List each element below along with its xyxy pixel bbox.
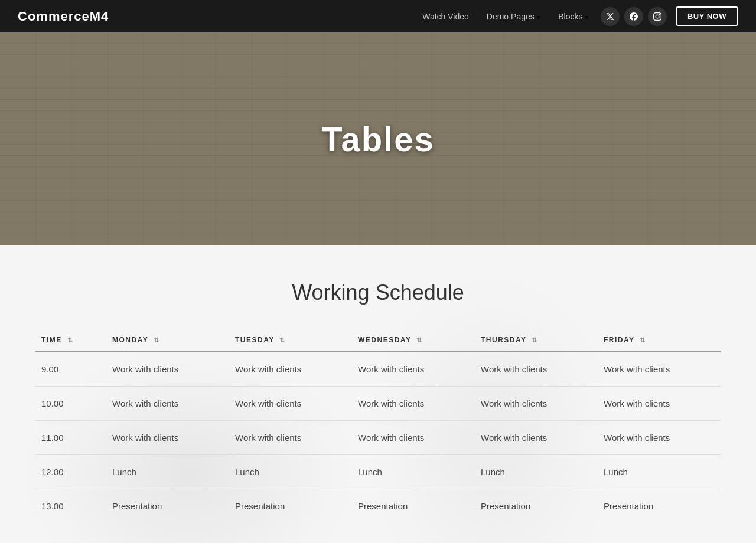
schedule-section: Working Schedule TIME ⇅ MONDAY ⇅ TUESDAY… bbox=[0, 245, 756, 543]
cell-time-4: 13.00 bbox=[35, 489, 106, 524]
cell-time-1: 10.00 bbox=[35, 387, 106, 421]
cell-tuesday-4: Presentation bbox=[229, 489, 352, 524]
table-header-row: TIME ⇅ MONDAY ⇅ TUESDAY ⇅ WEDNESDAY ⇅ bbox=[35, 329, 721, 352]
col-header-friday[interactable]: FRIDAY ⇅ bbox=[598, 329, 721, 352]
cell-time-3: 12.00 bbox=[35, 455, 106, 489]
nav-link-demo-pages[interactable]: Demo Pages bbox=[487, 12, 535, 21]
cell-tuesday-1: Work with clients bbox=[229, 387, 352, 421]
col-header-thursday[interactable]: THURSDAY ⇅ bbox=[475, 329, 598, 352]
nav-social bbox=[601, 7, 667, 26]
table-row: 9.00Work with clientsWork with clientsWo… bbox=[35, 352, 721, 387]
cell-tuesday-0: Work with clients bbox=[229, 352, 352, 387]
sort-icon-wednesday: ⇅ bbox=[416, 336, 423, 344]
cell-thursday-0: Work with clients bbox=[475, 352, 598, 387]
cell-monday-4: Presentation bbox=[106, 489, 229, 524]
sort-icon-tuesday: ⇅ bbox=[279, 336, 286, 344]
cell-friday-3: Lunch bbox=[598, 455, 721, 489]
col-header-time[interactable]: TIME ⇅ bbox=[35, 329, 106, 352]
cell-time-2: 11.00 bbox=[35, 421, 106, 455]
cell-thursday-2: Work with clients bbox=[475, 421, 598, 455]
cell-monday-2: Work with clients bbox=[106, 421, 229, 455]
table-row: 11.00Work with clientsWork with clientsW… bbox=[35, 421, 721, 455]
navbar: CommerceM4 Watch Video Demo Pages Blocks… bbox=[0, 0, 756, 32]
cell-wednesday-2: Work with clients bbox=[352, 421, 475, 455]
schedule-heading: Working Schedule bbox=[35, 280, 721, 305]
sort-icon-friday: ⇅ bbox=[640, 336, 646, 344]
facebook-icon[interactable] bbox=[624, 7, 643, 26]
hero-title: Tables bbox=[321, 119, 434, 159]
table-body: 9.00Work with clientsWork with clientsWo… bbox=[35, 352, 721, 523]
nav-links: Watch Video Demo Pages Blocks bbox=[422, 11, 589, 22]
nav-brand[interactable]: CommerceM4 bbox=[18, 9, 109, 24]
cell-monday-3: Lunch bbox=[106, 455, 229, 489]
cell-thursday-3: Lunch bbox=[475, 455, 598, 489]
table-row: 10.00Work with clientsWork with clientsW… bbox=[35, 387, 721, 421]
cell-wednesday-4: Presentation bbox=[352, 489, 475, 524]
nav-item-blocks[interactable]: Blocks bbox=[558, 11, 589, 22]
cell-tuesday-2: Work with clients bbox=[229, 421, 352, 455]
table-row: 13.00PresentationPresentationPresentatio… bbox=[35, 489, 721, 524]
cell-friday-2: Work with clients bbox=[598, 421, 721, 455]
hero-section: Tables bbox=[0, 32, 756, 245]
cell-monday-0: Work with clients bbox=[106, 352, 229, 387]
cell-time-0: 9.00 bbox=[35, 352, 106, 387]
col-header-tuesday[interactable]: TUESDAY ⇅ bbox=[229, 329, 352, 352]
sort-icon-time: ⇅ bbox=[67, 336, 74, 344]
table-header: TIME ⇅ MONDAY ⇅ TUESDAY ⇅ WEDNESDAY ⇅ bbox=[35, 329, 721, 352]
nav-link-watch-video[interactable]: Watch Video bbox=[422, 12, 469, 21]
cell-wednesday-0: Work with clients bbox=[352, 352, 475, 387]
instagram-icon[interactable] bbox=[648, 7, 667, 26]
cell-thursday-4: Presentation bbox=[475, 489, 598, 524]
cell-friday-0: Work with clients bbox=[598, 352, 721, 387]
col-header-monday[interactable]: MONDAY ⇅ bbox=[106, 329, 229, 352]
cell-thursday-1: Work with clients bbox=[475, 387, 598, 421]
cell-monday-1: Work with clients bbox=[106, 387, 229, 421]
cell-tuesday-3: Lunch bbox=[229, 455, 352, 489]
cell-friday-1: Work with clients bbox=[598, 387, 721, 421]
nav-link-blocks[interactable]: Blocks bbox=[558, 12, 582, 21]
table-row: 12.00LunchLunchLunchLunchLunch bbox=[35, 455, 721, 489]
sort-icon-thursday: ⇅ bbox=[532, 336, 538, 344]
col-header-wednesday[interactable]: WEDNESDAY ⇅ bbox=[352, 329, 475, 352]
twitter-icon[interactable] bbox=[601, 7, 620, 26]
buy-now-button[interactable]: BUY NOW bbox=[676, 6, 738, 26]
nav-item-watch-video[interactable]: Watch Video bbox=[422, 11, 469, 22]
cell-wednesday-1: Work with clients bbox=[352, 387, 475, 421]
nav-item-demo-pages[interactable]: Demo Pages bbox=[487, 11, 540, 22]
cell-friday-4: Presentation bbox=[598, 489, 721, 524]
cell-wednesday-3: Lunch bbox=[352, 455, 475, 489]
schedule-table: TIME ⇅ MONDAY ⇅ TUESDAY ⇅ WEDNESDAY ⇅ bbox=[35, 329, 721, 523]
sort-icon-monday: ⇅ bbox=[154, 336, 160, 344]
schedule-table-wrapper: TIME ⇅ MONDAY ⇅ TUESDAY ⇅ WEDNESDAY ⇅ bbox=[35, 329, 721, 523]
